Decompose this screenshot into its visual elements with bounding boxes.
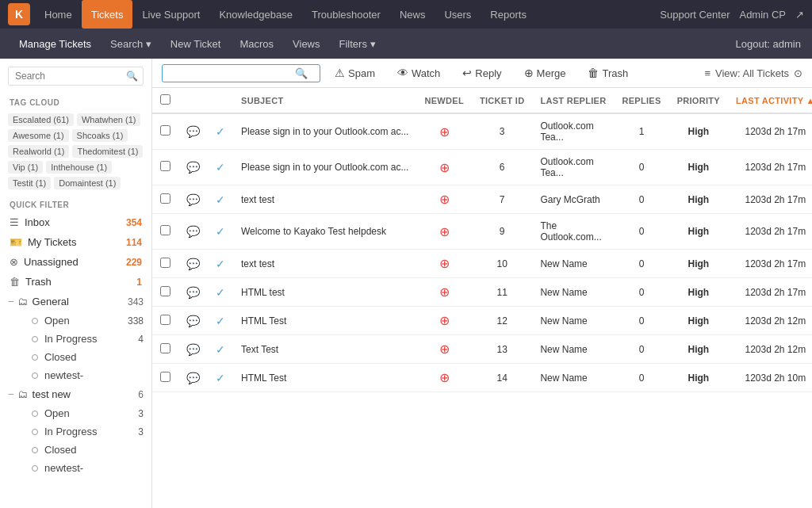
row-checkbox-3[interactable]	[160, 225, 170, 235]
row-checkbox-6[interactable]	[160, 315, 170, 325]
priority-7: High	[669, 335, 728, 364]
watch-button[interactable]: 👁 Watch	[389, 63, 448, 82]
subject-text-7[interactable]: Text Test	[241, 344, 408, 355]
logout-label[interactable]: Logout: admin	[736, 38, 801, 50]
subject-text-5[interactable]: HTML test	[241, 287, 408, 298]
row-checkbox-0[interactable]	[160, 125, 170, 136]
sub-general-newtest[interactable]: newtest-	[22, 366, 151, 384]
tag-inthehouse[interactable]: Inthehouse (1)	[46, 161, 112, 174]
subject-text-1[interactable]: Please sign in to your Outlook.com ac...	[241, 162, 408, 173]
tag-vip[interactable]: Vip (1)	[8, 161, 43, 174]
nav-live-support[interactable]: Live Support	[132, 0, 209, 29]
group-testnew-toggle: −	[8, 388, 14, 400]
action-search-input[interactable]	[168, 67, 295, 79]
filters-btn[interactable]: Filters ▾	[331, 35, 384, 53]
tag-domaintest[interactable]: Domaintest (1)	[54, 177, 121, 189]
sidebar-item-unassigned[interactable]: ⊗ Unassigned 229	[0, 252, 151, 272]
logo[interactable]: K	[8, 3, 30, 25]
row-checkbox-2[interactable]	[160, 193, 170, 204]
nav-reports[interactable]: Reports	[481, 0, 536, 29]
check-blue-1: ✓	[216, 161, 225, 174]
subject-text-0[interactable]: Please sign in to your Outlook.com ac...	[241, 126, 408, 137]
th-subject[interactable]: SUBJECT	[233, 88, 416, 113]
sub-general-in-progress[interactable]: In Progress 4	[22, 330, 151, 348]
sub-tn-closed-dot	[32, 447, 38, 453]
th-lastactivity[interactable]: LAST ACTIVITY ▲	[728, 88, 812, 113]
row-checkbox-8[interactable]	[160, 372, 170, 382]
th-replies[interactable]: REPLIES	[614, 88, 668, 113]
ticket-id-0: 3	[472, 113, 532, 150]
tag-awesome[interactable]: Awesome (1)	[8, 129, 69, 142]
select-all-checkbox[interactable]	[160, 94, 170, 105]
nav-knowledgebase[interactable]: Knowledgebase	[209, 0, 302, 29]
sidebar-search-input[interactable]	[8, 67, 144, 86]
ticket-id-3: 9	[472, 214, 532, 250]
last-replier-3: The Outlook.com...	[532, 214, 614, 250]
group-testnew-header[interactable]: − 🗂 test new 6	[0, 384, 151, 404]
row-checkbox-4[interactable]	[160, 258, 170, 268]
replies-0: 1	[614, 113, 668, 150]
trash-button[interactable]: 🗑 Trash	[580, 63, 636, 82]
group-general-header[interactable]: − 🗂 General 343	[0, 292, 151, 311]
sub-testnew-newtest[interactable]: newtest-	[22, 459, 151, 477]
nav-troubleshooter[interactable]: Troubleshooter	[302, 0, 390, 29]
sub-tn-open-count: 3	[138, 408, 144, 419]
nav-tickets[interactable]: Tickets	[82, 0, 133, 29]
priority-1: High	[669, 150, 728, 185]
search-btn[interactable]: Search ▾	[102, 35, 159, 53]
spam-button[interactable]: ⚠ Spam	[327, 63, 383, 82]
last-activity-1: 1203d 2h 17m	[728, 150, 812, 185]
toolbar: Manage Tickets Search ▾ New Ticket Macro…	[0, 29, 812, 59]
nav-users[interactable]: Users	[435, 0, 481, 29]
admin-cp-link[interactable]: Admin CP	[739, 9, 786, 21]
subject-text-6[interactable]: HTML Test	[241, 315, 408, 327]
row-checkbox-7[interactable]	[160, 343, 170, 353]
subject-text-4[interactable]: text test	[241, 258, 408, 269]
ticket-id-4: 10	[472, 250, 532, 278]
sub-general-closed[interactable]: Closed	[22, 348, 151, 366]
subject-text-3[interactable]: Welcome to Kayako Test helpdesk	[241, 226, 408, 237]
replies-7: 0	[614, 335, 668, 364]
sidebar-item-trash[interactable]: 🗑 Trash 1	[0, 272, 151, 292]
manage-tickets-btn[interactable]: Manage Tickets	[11, 35, 99, 53]
sub-testnew-in-progress[interactable]: In Progress 3	[22, 422, 151, 441]
newdel-icon-2: ⊕	[439, 193, 450, 206]
external-link-icon[interactable]: ↗	[795, 9, 804, 21]
subject-text-8[interactable]: HTML Test	[241, 372, 408, 384]
tag-testit[interactable]: Testit (1)	[8, 177, 51, 189]
row-checkbox-1[interactable]	[160, 161, 170, 171]
subject-text-2[interactable]: text test	[241, 194, 408, 205]
table-row: 💬 ✓ HTML Test ⊕ 12 New Name 0 High 1203d…	[152, 307, 812, 335]
support-center-link[interactable]: Support Center	[660, 9, 730, 21]
view-selector[interactable]: ≡ View: All Tickets ⊙	[704, 67, 802, 79]
th-ticketid[interactable]: TICKET ID	[472, 88, 532, 113]
check-blue-2: ✓	[216, 193, 225, 206]
sidebar: 🔍 TAG CLOUD Escalated (61) Whatwhen (1) …	[0, 59, 152, 508]
sub-tn-closed-label: Closed	[44, 444, 144, 456]
tag-whatwhen[interactable]: Whatwhen (1)	[77, 113, 140, 126]
sidebar-item-inbox[interactable]: ☰ Inbox 354	[0, 212, 151, 232]
th-priority[interactable]: PRIORITY	[669, 88, 728, 113]
table-row: 💬 ✓ text test ⊕ 7 Gary McGrath 0 High 12…	[152, 185, 812, 214]
nav-home[interactable]: Home	[35, 0, 82, 29]
sub-testnew-open[interactable]: Open 3	[22, 404, 151, 422]
reply-button[interactable]: ↩ Reply	[454, 63, 509, 82]
row-checkbox-5[interactable]	[160, 286, 170, 296]
tag-realworld[interactable]: Realworld (1)	[8, 145, 69, 158]
tag-escalated[interactable]: Escalated (61)	[8, 113, 74, 126]
nav-news[interactable]: News	[390, 0, 435, 29]
newdel-icon-5: ⊕	[439, 285, 450, 299]
sub-testnew-closed[interactable]: Closed	[22, 441, 151, 459]
tag-thedomitest[interactable]: Thedomitest (1)	[72, 145, 143, 158]
th-lastreplier[interactable]: LAST REPLIER	[532, 88, 614, 113]
new-ticket-btn[interactable]: New Ticket	[163, 35, 229, 53]
merge-button[interactable]: ⊕ Merge	[516, 63, 574, 82]
sidebar-item-my-tickets[interactable]: 🎫 My Tickets 114	[0, 232, 151, 252]
ticket-id-2: 7	[472, 185, 532, 214]
sub-general-open[interactable]: Open 338	[22, 311, 151, 330]
sub-tn-newtest-label: newtest-	[44, 462, 144, 474]
tag-shcoaks[interactable]: Shcoaks (1)	[72, 129, 128, 142]
macros-btn[interactable]: Macros	[232, 35, 282, 53]
replies-1: 0	[614, 150, 668, 185]
views-btn[interactable]: Views	[285, 35, 327, 53]
